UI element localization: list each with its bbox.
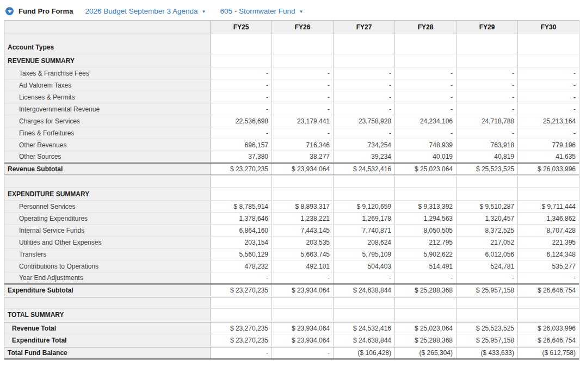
value-cell: $ 25,023,064 xyxy=(395,322,456,334)
value-cell: $ 24,532,416 xyxy=(334,322,395,334)
value-cell: 37,380 xyxy=(211,151,272,163)
value-cell: - xyxy=(395,91,456,103)
table-row: Internal Service Funds6,864,1607,443,145… xyxy=(5,225,579,237)
column-header: FY30 xyxy=(518,21,579,34)
value-cell: - xyxy=(518,91,579,103)
value-cell: - xyxy=(211,347,272,359)
value-cell: $ 24,638,844 xyxy=(334,334,395,347)
value-cell: 5,902,622 xyxy=(395,248,456,260)
value-cell xyxy=(334,176,395,188)
value-cell: 217,052 xyxy=(456,237,518,248)
value-cell: 212,795 xyxy=(395,237,456,248)
value-cell: $ 26,033,996 xyxy=(518,163,579,176)
value-cell: - xyxy=(211,79,272,91)
value-cell: - xyxy=(395,67,456,79)
budget-dropdown-label: 2026 Budget September 3 Agenda xyxy=(85,7,198,15)
row-label: Internal Service Funds xyxy=(5,225,211,237)
row-label: Total Fund Balance xyxy=(5,347,211,359)
value-cell: 23,179,441 xyxy=(272,115,334,127)
value-cell: - xyxy=(518,127,579,139)
value-cell: 40,019 xyxy=(395,151,456,163)
row-label: Licenses & Permits xyxy=(5,91,211,103)
value-cell xyxy=(456,309,518,322)
value-cell: $ 25,288,368 xyxy=(395,284,456,297)
table-row: Contributions to Operations478,232492,10… xyxy=(5,260,579,272)
value-cell: - xyxy=(272,79,334,91)
value-cell: - xyxy=(334,103,395,115)
value-cell: 203,535 xyxy=(272,237,334,248)
value-cell xyxy=(334,309,395,322)
value-cell xyxy=(456,297,518,309)
column-header-blank xyxy=(5,21,211,34)
value-cell: 24,718,788 xyxy=(456,115,518,127)
table-row: Account Types xyxy=(5,34,579,54)
value-cell: 1,346,862 xyxy=(518,213,579,225)
collapse-toggle-icon[interactable] xyxy=(5,7,14,15)
value-cell: ($ 433,633) xyxy=(456,347,518,359)
row-label xyxy=(5,176,211,188)
fund-dropdown[interactable]: 605 - Stormwater Fund ▼ xyxy=(220,7,303,15)
value-cell: - xyxy=(272,67,334,79)
value-cell: $ 26,646,754 xyxy=(518,284,579,297)
value-cell: 7,443,145 xyxy=(272,225,334,237)
value-cell: - xyxy=(518,272,579,284)
row-label: Utilities and Other Expenses xyxy=(5,237,211,248)
row-label: Expenditure Subtotal xyxy=(5,284,211,297)
value-cell: 478,232 xyxy=(211,260,272,272)
column-header: FY29 xyxy=(456,21,518,34)
value-cell: 8,707,428 xyxy=(518,225,579,237)
pro-forma-table: FY25 FY26 FY27 FY28 FY29 FY30 Account Ty… xyxy=(4,20,579,360)
table-row: Operating Expenditures1,378,6461,238,221… xyxy=(5,213,579,225)
value-cell: 5,560,129 xyxy=(211,248,272,260)
row-label: REVENUE SUMMARY xyxy=(5,54,211,67)
row-label: Intergovernmental Revenue xyxy=(5,103,211,115)
table-row: Transfers5,560,1295,663,7455,795,1095,90… xyxy=(5,248,579,260)
value-cell xyxy=(395,297,456,309)
value-cell: 41,635 xyxy=(518,151,579,163)
chevron-down-icon xyxy=(8,10,12,13)
table-row: Taxes & Franchise Fees------ xyxy=(5,67,579,79)
toolbar: Fund Pro Forma 2026 Budget September 3 A… xyxy=(0,0,580,20)
table-row: Intergovernmental Revenue------ xyxy=(5,103,579,115)
value-cell: 524,781 xyxy=(456,260,518,272)
value-cell: 1,238,221 xyxy=(272,213,334,225)
value-cell: 514,491 xyxy=(395,260,456,272)
value-cell: 221,395 xyxy=(518,237,579,248)
value-cell xyxy=(395,34,456,54)
value-cell: $ 25,523,525 xyxy=(456,322,518,334)
value-cell: 1,294,563 xyxy=(395,213,456,225)
value-cell: 748,939 xyxy=(395,139,456,151)
value-cell: 1,269,178 xyxy=(334,213,395,225)
value-cell xyxy=(334,34,395,54)
value-cell: $ 23,934,064 xyxy=(272,163,334,176)
row-label: Contributions to Operations xyxy=(5,260,211,272)
value-cell: 535,277 xyxy=(518,260,579,272)
value-cell xyxy=(272,176,334,188)
value-cell: - xyxy=(456,103,518,115)
value-cell: $ 9,313,392 xyxy=(395,201,456,213)
row-label: Other Revenues xyxy=(5,139,211,151)
value-cell xyxy=(211,176,272,188)
value-cell xyxy=(518,176,579,188)
row-label: Year End Adjustments xyxy=(5,272,211,284)
value-cell: $ 25,523,525 xyxy=(456,163,518,176)
value-cell: $ 9,510,287 xyxy=(456,201,518,213)
column-header: FY26 xyxy=(272,21,334,34)
value-cell xyxy=(334,54,395,67)
value-cell: ($ 612,758) xyxy=(518,347,579,359)
value-cell: $ 23,934,064 xyxy=(272,334,334,347)
budget-dropdown[interactable]: 2026 Budget September 3 Agenda ▼ xyxy=(85,7,206,15)
value-cell: 24,234,106 xyxy=(395,115,456,127)
value-cell: $ 24,532,416 xyxy=(334,163,395,176)
value-cell: - xyxy=(456,272,518,284)
column-header: FY25 xyxy=(211,21,272,34)
value-cell: 5,795,109 xyxy=(334,248,395,260)
fund-dropdown-label: 605 - Stormwater Fund xyxy=(220,7,295,15)
value-cell: - xyxy=(211,127,272,139)
value-cell: - xyxy=(518,67,579,79)
caret-down-icon: ▼ xyxy=(202,10,206,14)
table-row: Licenses & Permits------ xyxy=(5,91,579,103)
value-cell xyxy=(456,188,518,201)
value-cell: - xyxy=(395,79,456,91)
value-cell: - xyxy=(211,67,272,79)
